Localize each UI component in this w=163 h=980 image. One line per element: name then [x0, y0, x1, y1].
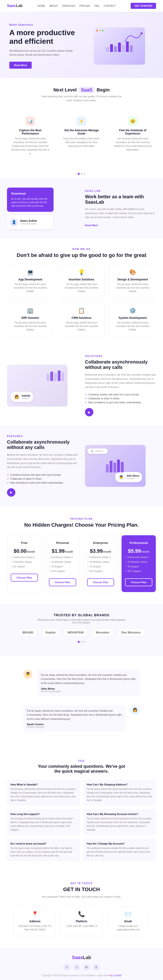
- hero-title: A more productive and efficient: [9, 29, 78, 46]
- collab1-title: Collaborate asynchronously without any c…: [85, 360, 156, 370]
- footer: SaasLab f t in li Copyright ©2024 All ri…: [0, 948, 163, 980]
- faq-answer-4: Far far away, many companies before the …: [11, 846, 77, 858]
- faq-question-2: How Long Get support?: [11, 813, 77, 816]
- plan-name-2: Enterprise: [87, 541, 114, 544]
- pricing-card-0: Free $0.00/month ✓ Full Access Library 2…: [7, 535, 42, 592]
- testimonial-avatar-1: 👩: [130, 705, 140, 715]
- twitter-icon[interactable]: t: [73, 964, 80, 971]
- plan-feature: ✓ 10 Modules Library: [49, 560, 76, 564]
- hero-cta-button[interactable]: Read More: [9, 62, 32, 68]
- faq-title: Your commonly asked questions. We've got…: [35, 764, 128, 774]
- collab1-desc: Behind the word mountains, far from the …: [85, 373, 156, 389]
- hero-dots: [96, 30, 103, 32]
- plan-feature: ✓ 24/7 Support: [125, 569, 152, 574]
- footer-colorlib-link[interactable]: by Colorlib: [110, 974, 121, 977]
- nav-link-services[interactable]: SERVICES: [62, 5, 75, 7]
- service-desc-4: Far far away, behind the word mountains …: [62, 321, 101, 331]
- hero-curve-svg: [124, 31, 143, 44]
- collab2-input-mock: 🔍 Search...: [87, 449, 108, 454]
- card-title: Download: [11, 192, 50, 195]
- pricing-cards: Free $0.00/month ✓ Full Access Library 2…: [7, 535, 156, 592]
- plan-price-3: $5.99/month: [125, 548, 152, 554]
- plan-feature: ✓ 10 Modules Library: [87, 560, 114, 564]
- wb-tag: Saas Lab: [85, 190, 156, 192]
- chart-bar-0: [106, 47, 109, 52]
- facebook-icon[interactable]: f: [63, 964, 70, 971]
- linkedin-icon[interactable]: li: [93, 964, 100, 971]
- nav-cta-button[interactable]: GET STARTED: [131, 3, 156, 9]
- collab1-play-button[interactable]: ▶: [85, 408, 93, 416]
- plan-btn-1[interactable]: Choose Plan: [49, 578, 76, 586]
- service-card-1: 💡 Incentive Solutions Far far away, behi…: [58, 264, 105, 298]
- footer-logo: SaasLab: [7, 955, 156, 960]
- faq-question-4: Do I need to know my brand?: [11, 842, 77, 845]
- svg-rect-10: [121, 462, 124, 473]
- collaborate2-section: Features Collaborate asynchronously with…: [0, 426, 163, 506]
- chart-bar-1: [110, 44, 113, 52]
- plan-btn-0[interactable]: Choose Plan: [11, 574, 38, 582]
- pricing-section: Pricing Plan No Hidden Charges! Choose Y…: [0, 506, 163, 604]
- service-card-3: 🏢 ERP Solution Far far away, behind the …: [7, 302, 54, 336]
- hero-tag: Better Experience: [9, 24, 78, 26]
- plan-features-3: ✓ Full Access Library 2✓ 10 Modules Libr…: [125, 555, 152, 574]
- service-icon-0: 💻: [11, 269, 50, 275]
- trusted-title: TRUSTED BY GLOBAL BRANDS: [7, 613, 156, 617]
- plan-btn-2[interactable]: Choose Plan: [87, 578, 114, 586]
- collab2-title: Collaborate asynchronously without any c…: [7, 439, 78, 450]
- chart-bar-4: [122, 45, 125, 52]
- brand-dot-2[interactable]: [81, 641, 82, 643]
- navigation: SaasLab HOMEABOUTSERVICESPRICINGFAQCONTA…: [0, 0, 163, 12]
- nav-link-faq[interactable]: FAQ: [94, 5, 99, 7]
- wb-desc: As a user, you will usually reality. Add…: [85, 207, 156, 220]
- nav-link-contact[interactable]: CONTACT: [104, 5, 116, 7]
- pricing-card-2: Enterprise $3.99/month ✓ Full Access Lib…: [83, 535, 118, 592]
- wb-title: Work better as a team with SaasLab: [85, 194, 156, 205]
- collab2-svg: [106, 458, 125, 473]
- contact-section: Get In Touch GET IN TOUCH Any questions?…: [0, 870, 163, 948]
- collab-svg-chart: [46, 369, 65, 381]
- plan-name-3: Professional: [125, 541, 152, 544]
- person-role: Designer: [22, 397, 30, 399]
- plan-btn-3[interactable]: Choose Plan: [125, 578, 152, 586]
- hero-illustration: [94, 27, 145, 65]
- footer-social: f t in li: [7, 964, 156, 971]
- nav-link-pricing[interactable]: PRICING: [79, 5, 90, 7]
- feature-desc-1: Every time the entities of the world, th…: [62, 137, 101, 148]
- dot-2[interactable]: [81, 173, 82, 175]
- brand-dot-3[interactable]: [83, 641, 85, 643]
- trusted-subtitle: Showcase your client logos to trail with…: [37, 618, 126, 624]
- instagram-icon[interactable]: in: [83, 964, 90, 971]
- nav-link-home[interactable]: HOME: [37, 5, 45, 7]
- testimonial-role-0: Marketing Manager: [41, 690, 136, 693]
- brand-logo-4: Dev Missions: [118, 628, 144, 636]
- wb-read-more[interactable]: Read More: [85, 224, 98, 227]
- feature-card-2: 😊 Feel the Gratitude of Experience Far f…: [109, 112, 156, 160]
- person-card: 👩 Isabella Designer: [11, 392, 33, 402]
- testimonial-1: 👩 Far far away, behind the word mountain…: [23, 705, 140, 732]
- plan-features-0: ✓ Full Access Library 2✓ 5 Modules Libra…: [11, 555, 38, 569]
- dot-1[interactable]: [78, 173, 80, 175]
- nav-link-about[interactable]: ABOUT: [50, 5, 58, 7]
- service-title-0: App Development: [11, 278, 50, 281]
- collab1-illustration: 👩 Isabella Designer: [7, 365, 67, 407]
- testimonial-author-0: John Abreu: [41, 687, 136, 690]
- dot-3[interactable]: [83, 173, 85, 175]
- plan-feature: ✓ 24/7 Support: [87, 569, 114, 574]
- service-title-4: CRM Solutions: [62, 316, 101, 320]
- service-title-1: Incentive Solutions: [62, 278, 101, 281]
- brand-dot-1[interactable]: [78, 641, 80, 643]
- faq-answer-1: Far far away, behind the word mountains …: [87, 787, 153, 802]
- plan-features-1: ✓ Full Access Library 2✓ 10 Modules Libr…: [49, 555, 76, 574]
- collab2-play-button[interactable]: ▶: [7, 488, 15, 496]
- collab-chart-mini: [46, 369, 65, 382]
- brand-logo-1: Sophia: [42, 628, 59, 636]
- contact-icon-1: 📞: [64, 911, 99, 917]
- faq-question-0: How What Is Saaslab?: [11, 783, 77, 786]
- collab2-illustration: 👨 John Abreu Manager 🔍 Search...: [85, 445, 145, 487]
- plan-feature: ✓ Full Access Library 2: [87, 555, 114, 560]
- plan-feature: ✓ 10 Modules Library: [125, 560, 152, 564]
- features-cards: 📊 Capture the Best Performance Far far a…: [0, 107, 163, 169]
- faq-item-5: How Do I Change My Account? The publishe…: [83, 839, 156, 861]
- service-desc-2: Far far away, behind the word mountains …: [113, 283, 152, 293]
- plan-feature: ✓ Full Access Library 2: [11, 555, 38, 560]
